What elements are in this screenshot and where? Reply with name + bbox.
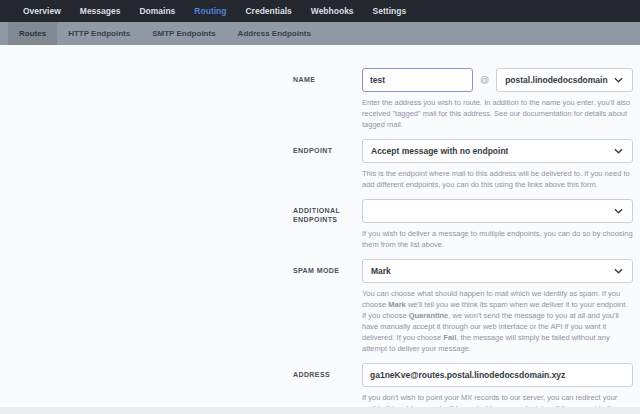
nav-item-webhooks[interactable]: Webhooks — [311, 6, 354, 16]
endpoint-label: ENDPOINT — [293, 146, 354, 155]
address-input[interactable] — [362, 363, 633, 387]
spam-mode-select-value: Mark — [371, 266, 391, 276]
spam-mode-help-text: You can choose what should happen to mai… — [362, 288, 633, 354]
address-label: ADDRESS — [293, 370, 354, 379]
route-form: NAME @ postal.linodedocsdomain.xyz Enter… — [293, 45, 633, 414]
additional-endpoints-select[interactable] — [362, 199, 633, 223]
at-sign: @ — [480, 75, 489, 85]
nav-item-messages[interactable]: Messages — [80, 6, 121, 16]
nav-item-settings[interactable]: Settings — [373, 6, 407, 16]
name-label: NAME — [293, 75, 354, 84]
additional-endpoints-field-group: ADDITIONAL ENDPOINTS If you wish to deli… — [293, 199, 633, 250]
additional-endpoints-label: ADDITIONAL ENDPOINTS — [293, 206, 354, 224]
nav-item-routing[interactable]: Routing — [194, 6, 226, 16]
endpoint-field-group: ENDPOINT Accept message with no endpoint… — [293, 139, 633, 190]
name-field-group: NAME @ postal.linodedocsdomain.xyz Enter… — [293, 68, 633, 130]
chevron-down-icon — [614, 268, 623, 274]
chevron-down-icon — [614, 148, 623, 154]
domain-select-value: postal.linodedocsdomain.xyz — [505, 75, 608, 85]
bottom-strip — [0, 407, 640, 414]
chevron-down-icon — [614, 77, 623, 83]
spam-mode-field-group: SPAM MODE Mark You can choose what shoul… — [293, 259, 633, 354]
subnav-item-routes[interactable]: Routes — [8, 22, 57, 45]
spam-mode-label: SPAM MODE — [293, 266, 354, 275]
chevron-down-icon — [614, 208, 623, 214]
nav-item-overview[interactable]: Overview — [23, 6, 61, 16]
top-navigation: Overview Messages Domains Routing Creden… — [0, 0, 640, 22]
nav-item-domains[interactable]: Domains — [139, 6, 175, 16]
subnav-item-http-endpoints[interactable]: HTTP Endpoints — [57, 22, 141, 45]
subnav-item-address-endpoints[interactable]: Address Endpoints — [227, 22, 322, 45]
nav-item-credentials[interactable]: Credentials — [245, 6, 291, 16]
subnav-item-smtp-endpoints[interactable]: SMTP Endpoints — [141, 22, 226, 45]
name-help-text: Enter the address you wish to route. In … — [362, 97, 633, 130]
additional-endpoints-help-text: If you wish to deliver a message to mult… — [362, 228, 633, 250]
sub-navigation: Routes HTTP Endpoints SMTP Endpoints Add… — [0, 22, 640, 45]
name-input[interactable] — [362, 68, 473, 92]
routing-page: Overview Messages Domains Routing Creden… — [0, 0, 640, 414]
endpoint-help-text: This is the endpoint where mail to this … — [362, 168, 633, 190]
spam-mode-select[interactable]: Mark — [362, 259, 633, 283]
domain-select[interactable]: postal.linodedocsdomain.xyz — [496, 68, 633, 92]
endpoint-select-value: Accept message with no endpoint — [371, 146, 508, 156]
endpoint-select[interactable]: Accept message with no endpoint — [362, 139, 633, 163]
